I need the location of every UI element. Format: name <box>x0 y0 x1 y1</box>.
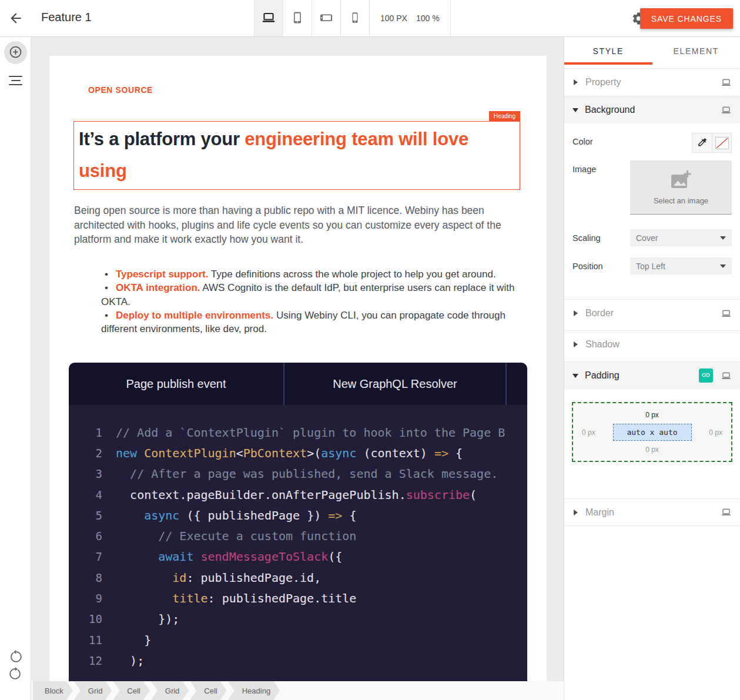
kicker-text[interactable]: OPEN SOURCE <box>88 85 153 95</box>
code-screenshot-element[interactable]: Page publish event New GraphQL Resolver … <box>69 363 527 681</box>
desktop-responsive-icon[interactable] <box>721 77 732 88</box>
scaling-select[interactable]: Cover <box>630 229 732 246</box>
redo-button[interactable] <box>8 666 23 682</box>
chevron-right-icon <box>574 510 578 515</box>
section-padding[interactable]: Padding <box>564 361 740 389</box>
device-desktop-button[interactable] <box>255 0 283 36</box>
tab-element[interactable]: ELEMENT <box>652 37 740 65</box>
body-paragraph[interactable]: Being open source is more than having a … <box>74 203 520 247</box>
code-line: 4 context.pageBuilder.onAfterPagePublish… <box>69 484 527 505</box>
list-item: •OKTA integration. AWS Cognito is the de… <box>101 281 527 309</box>
link-icon <box>701 370 711 381</box>
code-tab-stub <box>505 363 527 405</box>
code-line: 10 }); <box>69 609 527 629</box>
caret-down-icon <box>720 236 726 240</box>
chevron-down-icon <box>572 374 578 378</box>
list-item: •Typescript support. Type definitions ac… <box>101 267 527 281</box>
bullet-lead: OKTA integration. <box>116 282 200 293</box>
no-color-swatch-icon <box>715 137 729 149</box>
section-label: Border <box>585 308 614 319</box>
feature-bullet-list[interactable]: •Typescript support. Type definitions ac… <box>101 267 527 336</box>
panel-tab-bar: STYLE ELEMENT <box>564 37 740 65</box>
color-label: Color <box>572 133 692 153</box>
link-values-button[interactable] <box>699 369 713 383</box>
section-label: Padding <box>585 370 620 381</box>
tab-style[interactable]: STYLE <box>564 37 652 65</box>
undo-button[interactable] <box>8 649 23 665</box>
code-tab-page-publish[interactable]: Page publish event <box>69 363 283 405</box>
add-element-button[interactable] <box>4 41 27 64</box>
tablet-icon <box>290 11 304 26</box>
back-arrow-icon <box>8 19 24 28</box>
device-tablet-landscape-button[interactable] <box>312 0 341 36</box>
device-tablet-button[interactable] <box>283 0 312 36</box>
desktop-responsive-icon[interactable] <box>721 370 732 381</box>
code-line: 1// Add a `ContextPlugin` plugin to hook… <box>69 422 527 443</box>
section-background[interactable]: Background <box>564 96 740 123</box>
tablet-landscape-icon <box>319 11 333 26</box>
bullet-dot: • <box>105 282 108 293</box>
bullet-dot: • <box>105 310 108 321</box>
code-line: 5 async ({ publishedPage }) => { <box>69 505 527 525</box>
element-type-badge: Heading <box>489 111 520 122</box>
section-label: Background <box>585 105 635 115</box>
desktop-responsive-icon[interactable] <box>721 105 732 116</box>
breadcrumb-grid[interactable]: Grid <box>74 681 112 700</box>
breadcrumb-cell[interactable]: Cell <box>113 681 149 700</box>
padding-right-value[interactable]: 0 px <box>709 428 722 437</box>
chevron-right-icon <box>574 79 578 85</box>
code-tab-graphql-resolver[interactable]: New GraphQL Resolver <box>283 363 505 405</box>
desktop-responsive-icon[interactable] <box>721 308 732 319</box>
section-shadow[interactable]: Shadow <box>564 330 740 358</box>
breadcrumb-heading[interactable]: Heading <box>228 681 280 700</box>
bullet-lead: Deploy to multiple environments. <box>116 310 273 321</box>
element-size-box[interactable]: auto x auto <box>613 424 692 441</box>
style-panel: STYLE ELEMENT Property Background Color <box>564 37 740 700</box>
bullet-dot: • <box>105 269 108 280</box>
code-line: 3 // After a page was published, send a … <box>69 464 527 484</box>
section-property[interactable]: Property <box>564 68 740 96</box>
padding-settings: 0 px 0 px auto x auto 0 px 0 px <box>564 389 740 480</box>
no-color-button[interactable] <box>712 133 731 152</box>
section-border[interactable]: Border <box>564 299 740 327</box>
top-toolbar: Feature 1 100 PX 100 % <box>0 0 740 37</box>
position-select[interactable]: Top Left <box>630 257 732 274</box>
section-margin[interactable]: Margin <box>564 498 740 526</box>
navigator-button[interactable] <box>9 76 22 85</box>
zoom-level: 100 % <box>416 14 440 23</box>
image-label: Image <box>572 160 630 215</box>
code-line: 9 title: publishedPage.title <box>69 588 527 608</box>
code-line: 11 } <box>69 629 527 650</box>
select-image-dropzone[interactable]: Select an image <box>630 160 732 215</box>
desktop-responsive-icon[interactable] <box>721 507 732 518</box>
bullet-text: Type definitions across the whole projec… <box>208 269 495 280</box>
heading-dark-part: It’s a platform your <box>79 129 245 149</box>
editor-canvas: OPEN SOURCE Heading It’s a platform your… <box>31 37 564 681</box>
breadcrumb-cell-2[interactable]: Cell <box>190 681 226 700</box>
heading-text: It’s a platform your engineering team wi… <box>74 122 520 189</box>
breadcrumb-grid-2[interactable]: Grid <box>151 681 189 700</box>
padding-left-value[interactable]: 0 px <box>582 428 595 437</box>
padding-bottom-value[interactable]: 0 px <box>645 446 659 454</box>
page-document: OPEN SOURCE Heading It’s a platform your… <box>49 56 547 681</box>
eyedropper-button[interactable] <box>692 133 712 152</box>
code-line: 8 id: publishedPage.id, <box>69 567 527 588</box>
plus-circle-icon <box>8 45 23 61</box>
back-button[interactable] <box>8 11 24 27</box>
code-line: 7 await sendMessageToSlack({ <box>69 547 527 567</box>
device-mobile-button[interactable] <box>341 0 370 36</box>
padding-top-value[interactable]: 0 px <box>645 411 659 419</box>
element-breadcrumb-bar: Block Grid Cell Grid Cell Heading <box>31 681 564 700</box>
code-line: 12 ); <box>69 650 527 671</box>
position-value: Top Left <box>636 262 665 271</box>
mobile-icon <box>349 11 361 26</box>
selected-heading-element[interactable]: Heading It’s a platform your engineering… <box>73 121 520 190</box>
save-changes-button[interactable]: SAVE CHANGES <box>640 8 733 29</box>
breadcrumb-block[interactable]: Block <box>33 681 73 700</box>
undo-icon <box>8 657 23 666</box>
chevron-right-icon <box>574 341 578 347</box>
device-preview-group: 100 PX 100 % <box>254 0 451 36</box>
viewport-width: 100 PX <box>380 14 407 23</box>
position-label: Position <box>572 257 630 274</box>
caret-down-icon <box>720 264 726 268</box>
